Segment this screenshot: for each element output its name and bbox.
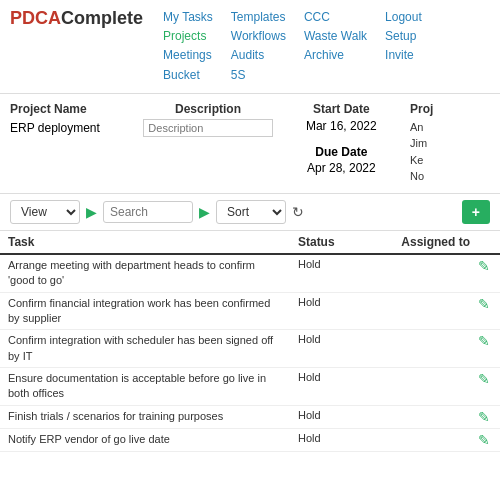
nav-templates[interactable]: Templates [231, 8, 286, 27]
start-date-value: Mar 16, 2022 [277, 119, 406, 133]
search-input[interactable] [103, 201, 193, 223]
edit-icon[interactable]: ✎ [478, 333, 490, 349]
logo-pdca: PDCA [10, 8, 61, 28]
project-name-value: ERP deployment [10, 119, 139, 137]
task-name-cell: Notify ERP vendor of go live date [0, 428, 290, 451]
table-row: Ensure documentation is acceptable befor… [0, 368, 500, 406]
edit-cell: ✎ [359, 405, 500, 428]
table-row: Finish trials / scenarios for training p… [0, 405, 500, 428]
table-row: Confirm integration with scheduler has b… [0, 330, 500, 368]
nav-setup[interactable]: Setup [385, 27, 422, 46]
proj-members: AnJimKeNo [410, 119, 490, 185]
sort-select[interactable]: Sort [216, 200, 286, 224]
description-header: Description [143, 102, 272, 119]
nav-audits[interactable]: Audits [231, 46, 286, 65]
status-cell: Hold [290, 405, 359, 428]
nav-meetings[interactable]: Meetings [163, 46, 213, 65]
nav-col-4: Logout Setup Invite [385, 8, 422, 85]
add-task-button[interactable]: + [462, 200, 490, 224]
nav-archive[interactable]: Archive [304, 46, 367, 65]
logo: PDCAComplete [10, 8, 143, 29]
edit-cell: ✎ [359, 330, 500, 368]
task-tbody: Arrange meeting with department heads to… [0, 254, 500, 452]
task-name-cell: Finish trials / scenarios for training p… [0, 405, 290, 428]
nav-invite[interactable]: Invite [385, 46, 422, 65]
description-input[interactable] [143, 119, 272, 137]
status-cell: Hold [290, 428, 359, 451]
due-date-label: Due Date [277, 145, 406, 159]
edit-icon[interactable]: ✎ [478, 296, 490, 312]
edit-cell: ✎ [359, 368, 500, 406]
status-column-header: Status [290, 231, 359, 254]
table-row: Confirm financial integration work has b… [0, 292, 500, 330]
nav-waste-walk[interactable]: Waste Walk [304, 27, 367, 46]
edit-icon[interactable]: ✎ [478, 432, 490, 448]
project-area: Project Name ERP deployment Description … [0, 94, 500, 194]
nav-5s[interactable]: 5S [231, 66, 286, 85]
nav-col-3: CCC Waste Walk Archive [304, 8, 367, 85]
edit-icon[interactable]: ✎ [478, 371, 490, 387]
refresh-icon[interactable]: ↻ [292, 204, 304, 220]
table-header-row: Task Status Assigned to [0, 231, 500, 254]
assigned-column-header: Assigned to [359, 231, 500, 254]
edit-icon[interactable]: ✎ [478, 409, 490, 425]
task-name-cell: Confirm financial integration work has b… [0, 292, 290, 330]
task-column-header: Task [0, 231, 290, 254]
nav-logout[interactable]: Logout [385, 8, 422, 27]
status-cell: Hold [290, 254, 359, 292]
task-name-cell: Confirm integration with scheduler has b… [0, 330, 290, 368]
date-block: Mar 16, 2022 Due Date Apr 28, 2022 [277, 119, 406, 175]
nav-col-2: Templates Workflows Audits 5S [231, 8, 286, 85]
toolbar: View ▶ ▶ Sort ↻ + [0, 194, 500, 231]
due-date-value: Apr 28, 2022 [277, 161, 406, 175]
nav: My Tasks Projects Meetings Bucket Templa… [163, 8, 440, 85]
status-cell: Hold [290, 330, 359, 368]
description-cell [143, 119, 272, 137]
proj-header: Proj [410, 102, 490, 119]
edit-icon[interactable]: ✎ [478, 258, 490, 274]
edit-cell: ✎ [359, 292, 500, 330]
task-table-container: Task Status Assigned to Arrange meeting … [0, 231, 500, 452]
status-cell: Hold [290, 368, 359, 406]
logo-complete: Complete [61, 8, 143, 28]
project-name-header: Project Name [10, 102, 139, 119]
task-name-cell: Arrange meeting with department heads to… [0, 254, 290, 292]
start-date-header: Start Date [277, 102, 406, 119]
header: PDCAComplete My Tasks Projects Meetings … [0, 0, 500, 94]
table-row: Notify ERP vendor of go live date Hold ✎ [0, 428, 500, 451]
edit-cell: ✎ [359, 254, 500, 292]
task-name-cell: Ensure documentation is acceptable befor… [0, 368, 290, 406]
nav-bucket[interactable]: Bucket [163, 66, 213, 85]
nav-my-tasks[interactable]: My Tasks [163, 8, 213, 27]
table-row: Arrange meeting with department heads to… [0, 254, 500, 292]
nav-workflows[interactable]: Workflows [231, 27, 286, 46]
status-cell: Hold [290, 292, 359, 330]
view-play-icon[interactable]: ▶ [86, 204, 97, 220]
task-table: Task Status Assigned to Arrange meeting … [0, 231, 500, 452]
view-select[interactable]: View [10, 200, 80, 224]
nav-projects[interactable]: Projects [163, 27, 213, 46]
nav-col-1: My Tasks Projects Meetings Bucket [163, 8, 213, 85]
nav-ccc[interactable]: CCC [304, 8, 367, 27]
edit-cell: ✎ [359, 428, 500, 451]
search-play-icon[interactable]: ▶ [199, 204, 210, 220]
